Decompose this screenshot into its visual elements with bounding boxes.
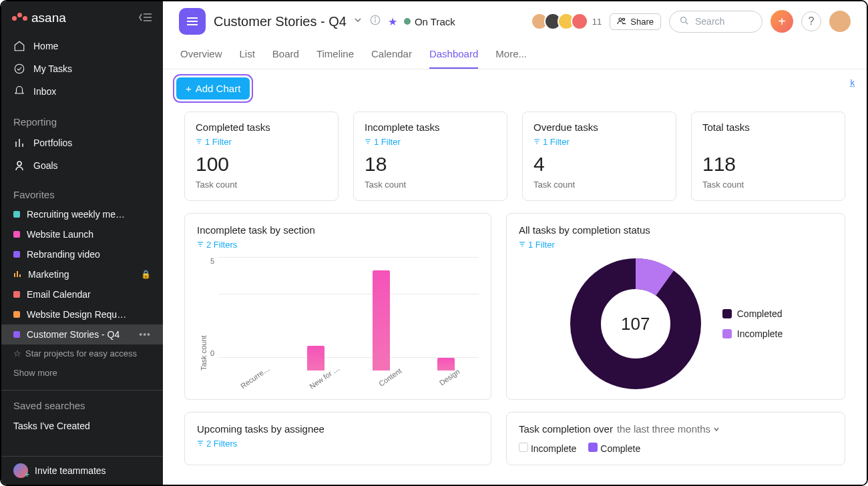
chart-filter-link[interactable]: 1 Filter	[519, 240, 555, 250]
project-icon[interactable]	[179, 8, 206, 35]
tab-overview[interactable]: Overview	[180, 43, 222, 69]
people-icon	[617, 17, 626, 27]
invite-label: Invite teammates	[35, 465, 106, 476]
sidebar-heading-saved: Saved searches	[1, 393, 163, 415]
global-add-button[interactable]: +	[771, 10, 793, 33]
stat-card[interactable]: Overdue tasks1 Filter4Task count	[522, 111, 676, 201]
more-icon[interactable]: •••	[139, 329, 151, 340]
favorite-label: Recruiting weekly me…	[27, 209, 125, 220]
chart-filter-link[interactable]: 2 Filters	[197, 240, 237, 250]
chart-card-completion-over-time: Task completion over the last three mont…	[506, 412, 845, 465]
collapse-sidebar-icon[interactable]	[139, 13, 152, 24]
svg-line-20	[686, 22, 688, 24]
show-more-button[interactable]: Show more	[1, 362, 163, 383]
stat-title: Total tasks	[702, 121, 834, 133]
sidebar-favorite-item[interactable]: Email Calendar	[1, 284, 163, 304]
star-outline-icon: ☆	[13, 348, 21, 358]
stat-sublabel: Task count	[702, 180, 834, 190]
stat-value: 4	[533, 153, 665, 176]
user-avatar[interactable]	[829, 11, 851, 32]
stat-card[interactable]: Completed tasks1 Filter100Task count	[184, 111, 339, 201]
sidebar-item-mytasks[interactable]: My Tasks	[1, 57, 163, 80]
favorite-label: Website Launch	[27, 229, 93, 240]
stat-value: 18	[365, 153, 496, 176]
sidebar-favorite-item[interactable]: Website Launch	[1, 224, 163, 244]
stat-title: Overdue tasks	[533, 121, 665, 133]
legend-swatch-icon	[722, 329, 732, 338]
star-projects-tip: ☆ Star projects for easy access	[1, 344, 163, 362]
sidebar-heading-favorites: Favorites	[1, 182, 163, 204]
stat-filter-link[interactable]: 1 Filter	[365, 137, 401, 147]
plus-icon: +	[186, 83, 192, 94]
stat-card[interactable]: Total tasks118Task count	[691, 111, 845, 201]
legend-item-complete: Complete	[588, 443, 640, 454]
sidebar-heading-reporting: Reporting	[1, 109, 163, 132]
bell-icon	[13, 85, 25, 97]
title-dropdown-icon[interactable]	[353, 15, 363, 27]
sidebar-favorite-item[interactable]: Website Design Requ…	[1, 304, 163, 324]
sidebar-favorite-item[interactable]: Customer Stories - Q4•••	[1, 324, 163, 344]
sidebar-favorite-item[interactable]: Recruiting weekly me…	[1, 204, 163, 224]
sidebar: asana Home My Tasks Inbox Reporting Po	[1, 1, 163, 485]
project-status[interactable]: On Track	[404, 16, 455, 27]
stat-filter-link[interactable]: 1 Filter	[533, 137, 570, 147]
lock-icon: 🔒	[141, 270, 151, 279]
tab-calendar[interactable]: Calendar	[371, 43, 412, 69]
donut-legend: Completed Incomplete	[722, 308, 783, 339]
chart-card-upcoming-by-assignee: Upcoming tasks by assignee 2 Filters	[184, 412, 491, 465]
sidebar-item-home[interactable]: Home	[1, 35, 163, 57]
svg-point-3	[15, 64, 24, 73]
add-chart-button[interactable]: + Add Chart	[176, 77, 250, 99]
sidebar-item-goals[interactable]: Goals	[1, 154, 163, 177]
tab-board[interactable]: Board	[272, 43, 299, 69]
avatar	[571, 13, 588, 30]
stat-sublabel: Task count	[196, 180, 327, 190]
tab-list[interactable]: List	[240, 43, 255, 69]
goals-icon	[13, 160, 25, 172]
logo[interactable]: asana	[12, 11, 66, 25]
sidebar-item-label: Portfolios	[33, 138, 72, 148]
legend-swatch-icon	[722, 309, 732, 318]
legend-item-completed: Completed	[722, 308, 783, 319]
stat-sublabel: Task count	[365, 180, 496, 190]
y-ticks: 5 0	[210, 257, 218, 357]
add-chart-label: Add Chart	[196, 83, 241, 94]
time-range-dropdown[interactable]: the last three months	[617, 423, 720, 435]
invite-teammates-button[interactable]: + Invite teammates	[1, 457, 163, 485]
star-icon[interactable]: ★	[388, 15, 397, 28]
sidebar-favorite-item[interactable]: Rebranding video	[1, 244, 163, 264]
search-icon	[679, 15, 690, 28]
sidebar-item-inbox[interactable]: Inbox	[1, 80, 163, 103]
svg-point-18	[623, 18, 625, 20]
sidebar-item-portfolios[interactable]: Portfolios	[1, 132, 163, 154]
project-color-icon	[13, 291, 20, 298]
favorite-label: Website Design Requ…	[27, 309, 126, 320]
chart-filter-link[interactable]: 2 Filters	[197, 439, 237, 449]
saved-search-tasks-created[interactable]: Tasks I've Created	[1, 415, 163, 437]
tab-dashboard[interactable]: Dashboard	[429, 43, 478, 69]
sidebar-favorite-item[interactable]: Marketing🔒	[1, 264, 163, 284]
help-button[interactable]: ?	[801, 11, 821, 31]
stat-title: Completed tasks	[196, 121, 327, 133]
main-area: Customer Stories - Q4 ★ On Track	[163, 1, 867, 485]
invite-avatar-icon: +	[13, 463, 28, 478]
logo-icon	[12, 16, 27, 21]
search-input[interactable]: Search	[669, 11, 763, 33]
favorite-label: Customer Stories - Q4	[27, 329, 120, 340]
chart-title: All tasks by completion status	[519, 224, 833, 236]
tab-more[interactable]: More...	[495, 43, 527, 69]
dashboard-content: k + Add Chart Completed tasks1 Filter100…	[163, 69, 867, 485]
info-icon[interactable]	[369, 14, 381, 29]
stat-card[interactable]: Incomplete tasks1 Filter18Task count	[353, 111, 507, 201]
legend-item-incomplete: Incomplete	[722, 328, 783, 339]
filter-icon	[197, 240, 204, 250]
filter-icon	[519, 240, 525, 250]
donut-chart: 107	[569, 257, 702, 391]
share-button[interactable]: Share	[610, 13, 661, 30]
member-avatars[interactable]: 11	[535, 13, 602, 30]
tab-timeline[interactable]: Timeline	[316, 43, 354, 69]
corner-link[interactable]: k	[851, 77, 855, 87]
brand-name: asana	[31, 11, 66, 25]
project-color-icon	[13, 311, 20, 318]
stat-filter-link[interactable]: 1 Filter	[196, 137, 232, 147]
